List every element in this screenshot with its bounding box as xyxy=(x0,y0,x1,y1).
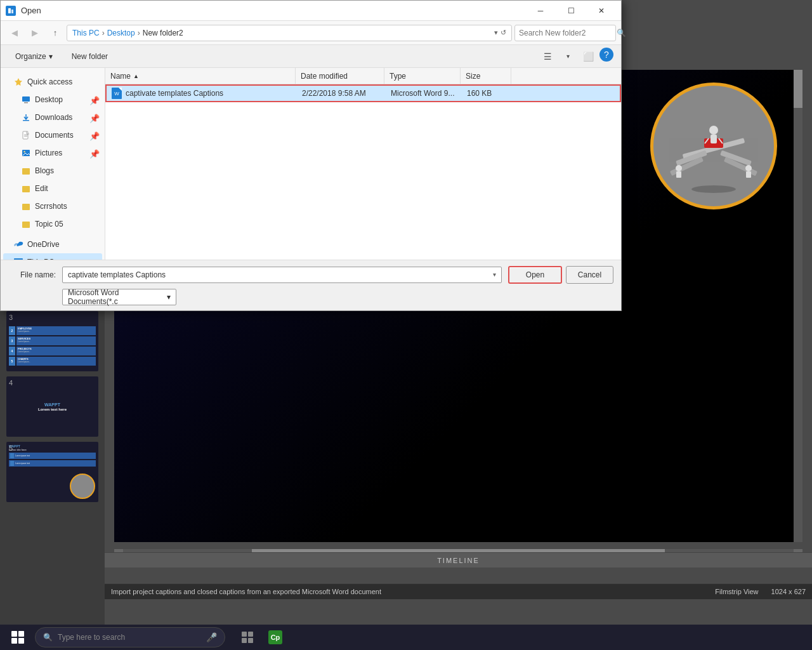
svg-rect-18 xyxy=(11,10,13,13)
breadcrumb-this-pc[interactable]: This PC xyxy=(72,29,100,37)
vertical-scrollbar[interactable] xyxy=(794,70,802,542)
status-bar: Import project captions and closed capti… xyxy=(105,583,812,599)
svg-rect-31 xyxy=(22,222,30,228)
dialog-titlebar: Open ─ ☐ ✕ xyxy=(1,1,621,21)
windows-taskbar: 🔍 Type here to search 🎤 Cp xyxy=(0,625,812,650)
taskbar-search-icon: 🔍 xyxy=(43,633,53,642)
dialog-minimize-button[interactable]: ─ xyxy=(526,2,555,20)
dialog-file-area: Name ▲ Date modified Type Size W xyxy=(105,68,621,260)
pin-icon-pictures: 📌 xyxy=(89,149,97,157)
dialog-title-left: Open xyxy=(6,6,41,16)
svg-point-12 xyxy=(676,165,682,171)
svg-marker-19 xyxy=(15,78,22,86)
col-header-size[interactable]: Size xyxy=(461,68,511,84)
footer-filetype-row: type: Microsoft Word Documents(*.c ▾ xyxy=(8,289,613,305)
organize-label: Organize xyxy=(15,52,46,61)
search-box[interactable]: 🔍 xyxy=(514,25,616,41)
screenshots-icon xyxy=(21,201,31,211)
svg-rect-17 xyxy=(8,8,11,13)
col-header-name[interactable]: Name ▲ xyxy=(105,68,296,84)
svg-rect-22 xyxy=(23,120,29,121)
sidebar-item-onedrive[interactable]: OneDrive xyxy=(3,235,102,253)
file-type-dropdown[interactable]: Microsoft Word Documents(*.c ▾ xyxy=(62,289,176,305)
sidebar-item-edit[interactable]: Edit xyxy=(3,180,102,197)
sidebar-item-downloads[interactable]: Downloads 📌 xyxy=(3,109,102,126)
nav-forward-button[interactable]: ▶ xyxy=(26,24,44,42)
svg-point-27 xyxy=(23,151,25,152)
footer-filename-row: File name: captivate templates Captions … xyxy=(8,266,613,284)
file-row-0[interactable]: W captivate templates Captions 2/22/2018… xyxy=(105,84,621,102)
sidebar-item-quick-access[interactable]: Quick access xyxy=(3,73,102,91)
svg-rect-29 xyxy=(22,186,30,192)
slide-item-3[interactable]: 3 2 EMPLOYEELorem Ipsum... 3 SERVICESLor… xyxy=(6,311,98,371)
sort-arrow-name: ▲ xyxy=(133,73,139,79)
filename-dropdown-icon: ▾ xyxy=(493,271,496,278)
file-list-header: Name ▲ Date modified Type Size xyxy=(105,68,621,84)
search-input[interactable] xyxy=(519,29,614,37)
timeline-label: TIMELINE xyxy=(437,557,480,564)
sidebar-item-pictures[interactable]: Pictures 📌 xyxy=(3,144,102,162)
file-name-label: File name: xyxy=(8,270,56,279)
open-button[interactable]: Open xyxy=(508,266,562,284)
nav-up-button[interactable]: ↑ xyxy=(46,24,64,42)
start-button[interactable] xyxy=(3,626,32,649)
filmstrip-label: Filmstrip View xyxy=(715,588,758,595)
organize-button[interactable]: Organize ▾ xyxy=(8,49,60,64)
task-view-icon xyxy=(240,630,254,644)
sidebar-scrrshots-label: Scrrshots xyxy=(35,202,67,211)
sidebar-documents-label: Documents xyxy=(35,131,74,140)
open-button-label: Open xyxy=(526,270,544,279)
scroll-thumb[interactable] xyxy=(794,70,802,108)
sidebar-pictures-label: Pictures xyxy=(35,149,62,157)
svg-rect-9 xyxy=(710,135,717,143)
view-list-button[interactable]: ☰ xyxy=(539,48,556,65)
cancel-button[interactable]: Cancel xyxy=(566,266,613,284)
svg-rect-13 xyxy=(676,171,681,178)
svg-rect-41 xyxy=(248,632,253,637)
sidebar-downloads-label: Downloads xyxy=(35,113,72,122)
sidebar-item-screenshots[interactable]: Scrrshots xyxy=(3,197,102,215)
slide-item-5[interactable]: 5 WAPPT Lorem title here Lorem ipsum tex… xyxy=(6,442,98,502)
captivate-icon: Cp xyxy=(268,630,282,644)
breadcrumb-desktop[interactable]: Desktop xyxy=(107,29,135,37)
sidebar-item-this-pc[interactable]: This PC xyxy=(3,253,102,260)
view-preview-button[interactable]: ⬜ xyxy=(579,48,597,65)
onedrive-icon xyxy=(13,239,23,249)
sidebar-item-topic05[interactable]: Topic 05 xyxy=(3,215,102,233)
new-folder-button[interactable]: New folder xyxy=(65,49,115,64)
taskbar-buttons: Cp xyxy=(235,626,288,649)
svg-rect-40 xyxy=(242,632,247,637)
dialog-sidebar: Quick access Desktop 📌 Downloads 📌 xyxy=(1,68,105,260)
slide-item-4[interactable]: 4 WAPPTLorem text here xyxy=(6,376,98,437)
topic05-icon xyxy=(21,219,31,229)
footer-action-buttons: Open Cancel xyxy=(508,266,613,284)
nav-back-button[interactable]: ◀ xyxy=(6,24,23,42)
task-view-button[interactable] xyxy=(235,626,260,649)
svg-point-14 xyxy=(745,165,752,171)
dialog-close-button[interactable]: ✕ xyxy=(587,2,616,20)
sidebar-item-desktop[interactable]: Desktop 📌 xyxy=(3,91,102,109)
sidebar-desktop-label: Desktop xyxy=(35,95,63,104)
help-button[interactable]: ? xyxy=(599,48,613,62)
taskbar-mic-icon[interactable]: 🎤 xyxy=(206,632,217,642)
file-type-value: Microsoft Word Documents(*.c xyxy=(68,288,167,306)
file-list-body: W captivate templates Captions 2/22/2018… xyxy=(105,84,621,260)
view-dropdown-button[interactable]: ▾ xyxy=(559,48,577,65)
col-header-type[interactable]: Type xyxy=(384,68,461,84)
sidebar-item-documents[interactable]: Documents 📌 xyxy=(3,126,102,144)
file-name-0: captivate templates Captions xyxy=(126,89,223,98)
taskbar-search[interactable]: 🔍 Type here to search 🎤 xyxy=(35,627,225,647)
dialog-footer: File name: captivate templates Captions … xyxy=(1,260,621,310)
sidebar-onedrive-label: OneDrive xyxy=(27,240,60,249)
file-name-value: captivate templates Captions xyxy=(68,270,166,279)
dialog-restore-button[interactable]: ☐ xyxy=(556,2,586,20)
file-date-cell-0: 2/22/2018 9:58 AM xyxy=(297,89,386,98)
status-right: Filmstrip View 1024 x 627 xyxy=(715,588,806,595)
file-name-input[interactable]: captivate templates Captions ▾ xyxy=(62,267,502,283)
dialog-body: Quick access Desktop 📌 Downloads 📌 xyxy=(1,68,621,260)
col-header-date[interactable]: Date modified xyxy=(296,68,384,84)
file-size-cell-0: 160 KB xyxy=(462,89,513,98)
sidebar-item-blogs[interactable]: Blogs xyxy=(3,162,102,180)
svg-rect-21 xyxy=(24,102,28,103)
cp-taskbar-button[interactable]: Cp xyxy=(263,626,288,649)
